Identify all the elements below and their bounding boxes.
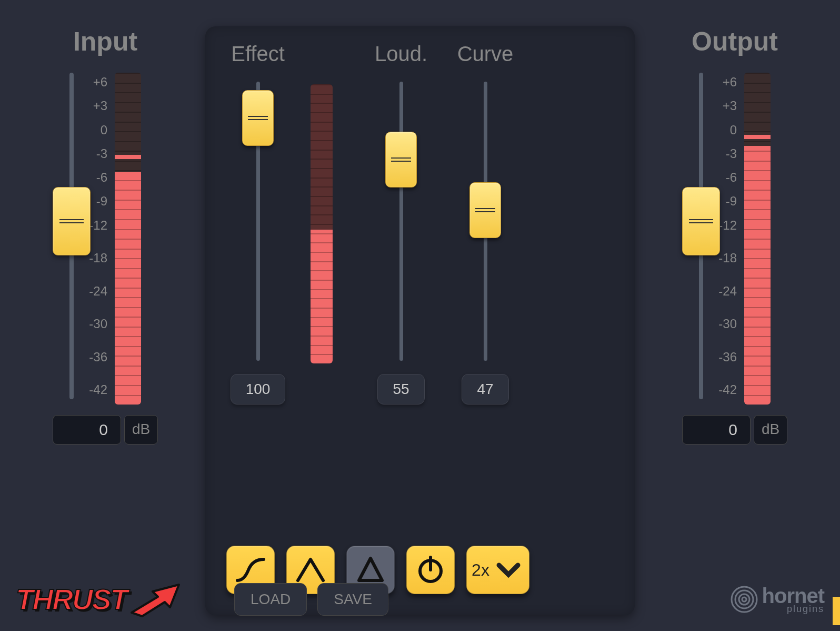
center-panel: Effect 100 Loud. 55 Curve xyxy=(205,26,635,615)
loudness-slider[interactable] xyxy=(399,82,403,361)
product-name: THRUST xyxy=(16,583,127,616)
svg-point-3 xyxy=(735,590,753,608)
input-value[interactable]: 0 xyxy=(53,415,121,445)
output-section: Output +6+3 0-3 -6-9 -12 -18 -24 -30 -36… xyxy=(651,26,819,615)
input-gain-thumb[interactable] xyxy=(53,187,91,255)
output-unit: dB xyxy=(754,415,787,445)
gr-meter-wrap xyxy=(311,42,333,363)
corner-accent xyxy=(833,597,840,625)
load-button[interactable]: LOAD xyxy=(234,583,307,616)
input-section: Input +6+3 0-3 -6-9 -12 -18 -24 -30 -36 … xyxy=(21,26,189,615)
effect-column: Effect 100 xyxy=(226,42,289,405)
preset-buttons: LOAD SAVE xyxy=(234,583,388,616)
effect-value[interactable]: 100 xyxy=(231,374,286,405)
output-gain-slider[interactable] xyxy=(699,73,703,399)
effect-thumb[interactable] xyxy=(242,90,274,146)
output-value[interactable]: 0 xyxy=(682,415,751,445)
loudness-value[interactable]: 55 xyxy=(377,374,424,405)
save-button[interactable]: SAVE xyxy=(317,583,388,616)
input-gain-slider[interactable] xyxy=(69,73,74,399)
effect-label: Effect xyxy=(231,42,285,66)
output-meter xyxy=(744,73,771,405)
input-unit: dB xyxy=(124,415,158,445)
hornet-swirl-icon xyxy=(729,585,759,614)
curve-slider[interactable] xyxy=(484,82,487,361)
curve-thumb[interactable] xyxy=(469,182,501,238)
effect-slider[interactable] xyxy=(256,82,260,361)
loudness-column: Loud. 55 xyxy=(369,42,433,405)
loudness-thumb[interactable] xyxy=(385,132,417,188)
curve-column: Curve 47 xyxy=(454,42,517,405)
output-gain-thumb[interactable] xyxy=(682,187,720,255)
svg-point-4 xyxy=(739,594,749,605)
curve-value[interactable]: 47 xyxy=(462,374,508,405)
loudness-label: Loud. xyxy=(375,42,427,66)
input-meter xyxy=(115,73,141,405)
footer: THRUST LOAD SAVE hornet plugins xyxy=(16,578,824,620)
gain-reduction-meter xyxy=(311,84,333,363)
oversample-value: 2x xyxy=(472,560,489,580)
brand-logo: hornet plugins xyxy=(729,584,824,615)
product-logo: THRUST xyxy=(16,578,182,620)
thrust-arrow-icon xyxy=(129,578,182,620)
input-title: Input xyxy=(73,26,137,57)
svg-point-5 xyxy=(742,597,746,602)
output-title: Output xyxy=(692,26,778,57)
curve-label: Curve xyxy=(457,42,514,66)
